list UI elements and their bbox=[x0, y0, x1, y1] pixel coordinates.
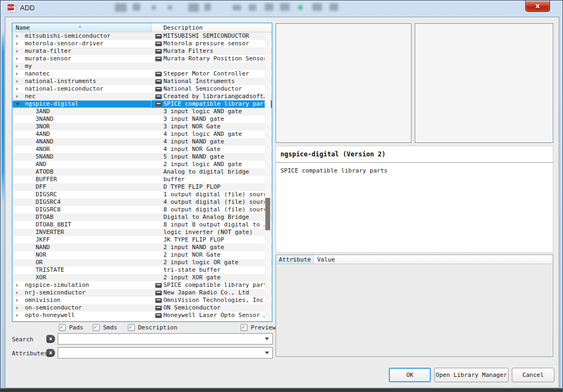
expand-arrow-icon[interactable] bbox=[16, 306, 18, 310]
checkbox-box[interactable]: ✓ bbox=[93, 324, 100, 331]
tree-item-name-cell[interactable]: DTOAB_8BIT bbox=[12, 221, 152, 229]
chevron-down-icon[interactable] bbox=[265, 352, 269, 354]
tree-row[interactable]: INVERTERlogic inverter (NOT gate) bbox=[12, 229, 272, 236]
tree-item-name-cell[interactable]: nanotec bbox=[12, 70, 152, 78]
tree-row[interactable]: AND2 input logic AND gate bbox=[12, 161, 272, 168]
expand-arrow-icon[interactable] bbox=[16, 65, 18, 68]
tree-item-name-cell[interactable]: nrj-semiconductor bbox=[12, 289, 152, 297]
attributes-clear-button[interactable]: x bbox=[46, 349, 55, 357]
tree-item-name-cell[interactable]: 3NAND bbox=[12, 115, 152, 123]
tree-row[interactable]: nanotecStepper Motor Controller bbox=[12, 70, 272, 78]
open-library-manager-button[interactable]: Open Library Manager bbox=[434, 368, 509, 382]
preview-checkbox[interactable]: ✓ Preview bbox=[241, 324, 276, 332]
attribute-table[interactable]: ▲ Attribute Value bbox=[276, 255, 553, 357]
tree-item-name-cell[interactable]: DIGSRC4 bbox=[12, 198, 152, 206]
tree-row[interactable]: JKFFJK TYPE FLIP FLOP bbox=[12, 236, 272, 244]
tree-item-name-cell[interactable]: 3NOR bbox=[12, 123, 152, 130]
ok-button[interactable]: OK bbox=[389, 368, 431, 382]
tree-row[interactable]: national-semiconductorNational Semicondu… bbox=[12, 85, 272, 93]
tree-row[interactable]: NOR2 input NOR Gate bbox=[12, 251, 272, 259]
tree-row[interactable]: BUFFERbuffer bbox=[12, 176, 272, 183]
expand-arrow-icon[interactable] bbox=[16, 291, 18, 294]
tree-item-name-cell[interactable]: my bbox=[12, 63, 152, 70]
tree-row[interactable]: 3NAND3 input NAND gate bbox=[12, 115, 272, 123]
tree-row[interactable]: DTOAB_8BIT8 input 8 output digital to … bbox=[12, 221, 272, 229]
tree-item-name-cell[interactable]: on-semiconductor bbox=[12, 304, 152, 312]
tree-item-name-cell[interactable]: 4NOR bbox=[12, 146, 152, 153]
pads-checkbox[interactable]: ✓ Pads bbox=[59, 324, 84, 332]
tree-item-name-cell[interactable]: TRISTATE bbox=[12, 266, 152, 274]
expand-arrow-icon[interactable] bbox=[16, 50, 18, 53]
tree-row[interactable]: XOR2 input XOR gate bbox=[12, 274, 272, 281]
close-button[interactable]: x bbox=[525, 1, 550, 12]
tree-item-name-cell[interactable]: opto-honeywell bbox=[12, 312, 152, 319]
tree-row[interactable]: national-instrumentsNational Instruments bbox=[12, 78, 272, 85]
library-tree[interactable]: ▲ Name Description mitsubishi-semiconduc… bbox=[12, 23, 272, 322]
tree-item-name-cell[interactable]: 5NAND bbox=[12, 153, 152, 161]
expand-arrow-icon[interactable] bbox=[16, 57, 18, 60]
collapse-arrow-icon[interactable] bbox=[16, 103, 19, 106]
tree-row[interactable]: mitsubishi-semiconductorMITSUBISHI SEMIC… bbox=[12, 32, 272, 40]
expand-arrow-icon[interactable] bbox=[16, 80, 18, 83]
tree-item-name-cell[interactable]: 4NAND bbox=[12, 138, 152, 146]
tree-row[interactable]: ngspice-digitalSPICE compatible library … bbox=[12, 100, 272, 108]
chevron-down-icon[interactable] bbox=[265, 338, 269, 340]
tree-row[interactable]: nrj-semiconductorNew Japan Radio Co., Lt… bbox=[12, 289, 272, 297]
tree-item-name-cell[interactable]: INVERTER bbox=[12, 229, 152, 236]
search-combobox[interactable] bbox=[58, 333, 273, 345]
tree-item-name-cell[interactable]: OR bbox=[12, 259, 152, 266]
search-clear-button[interactable]: x bbox=[46, 335, 55, 343]
tree-item-name-cell[interactable]: motorola-sensor-driver bbox=[12, 40, 152, 47]
tree-row[interactable]: 4NAND4 input NAND gate bbox=[12, 138, 272, 146]
tree-row[interactable]: opto-honeywellHoneywell Laser Opto Senso… bbox=[12, 312, 272, 319]
description-checkbox[interactable]: ✓ Description bbox=[128, 324, 177, 332]
tree-row[interactable]: DIGSRC88 output digital (file) source bbox=[12, 206, 272, 214]
tree-row[interactable]: DIGSRC1 output digital (file) source bbox=[12, 191, 272, 198]
attributes-combobox[interactable] bbox=[58, 347, 273, 359]
column-header-attribute[interactable]: ▲ Attribute bbox=[276, 255, 314, 264]
tree-item-name-cell[interactable]: national-semiconductor bbox=[12, 85, 152, 93]
tree-item-name-cell[interactable]: JKFF bbox=[12, 236, 152, 244]
tree-scrollbar-thumb[interactable] bbox=[265, 198, 270, 230]
tree-item-name-cell[interactable]: ngspice-simulation bbox=[12, 281, 152, 289]
expand-arrow-icon[interactable] bbox=[16, 299, 18, 302]
tree-item-name-cell[interactable]: DTOAB bbox=[12, 214, 152, 221]
tree-row[interactable]: 3AND3 input logic AND gate bbox=[12, 108, 272, 115]
tree-item-name-cell[interactable]: DFF bbox=[12, 183, 152, 191]
tree-row[interactable]: TRISTATEtri-state buffer bbox=[12, 266, 272, 274]
tree-item-name-cell[interactable]: national-instruments bbox=[12, 78, 152, 85]
expand-arrow-icon[interactable] bbox=[16, 35, 18, 38]
tree-item-name-cell[interactable]: murata-sensor bbox=[12, 55, 152, 63]
cancel-button[interactable]: Cancel bbox=[512, 368, 554, 382]
title-bar[interactable]: SCH ADD x bbox=[1, 1, 562, 17]
tree-row[interactable]: DTOABDigital to Analog Bridge bbox=[12, 214, 272, 221]
tree-row[interactable]: 3NOR3 input NOR Gate bbox=[12, 123, 272, 130]
expand-arrow-icon[interactable] bbox=[16, 314, 18, 317]
tree-row[interactable]: my bbox=[12, 63, 272, 70]
expand-arrow-icon[interactable] bbox=[16, 72, 18, 75]
tree-item-name-cell[interactable]: AND bbox=[12, 161, 152, 168]
expand-arrow-icon[interactable] bbox=[16, 42, 18, 45]
column-header-value[interactable]: Value bbox=[314, 255, 553, 264]
tree-item-name-cell[interactable]: BUFFER bbox=[12, 176, 152, 183]
tree-row[interactable]: 4NOR4 input NOR Gate bbox=[12, 146, 272, 153]
column-header-name[interactable]: ▲ Name bbox=[12, 23, 152, 32]
tree-row[interactable]: murata-sensorMurata Rotary Position Sens… bbox=[12, 55, 272, 63]
column-header-description[interactable]: Description bbox=[152, 23, 272, 32]
tree-item-name-cell[interactable]: DIGSRC8 bbox=[12, 206, 152, 214]
expand-arrow-icon[interactable] bbox=[16, 284, 18, 287]
tree-item-name-cell[interactable]: 3AND bbox=[12, 108, 152, 115]
tree-row[interactable]: ATODBAnalog to digital bridge bbox=[12, 168, 272, 176]
tree-item-name-cell[interactable]: omnivision bbox=[12, 297, 152, 304]
tree-item-name-cell[interactable]: DIGSRC bbox=[12, 191, 152, 198]
tree-scrollbar[interactable] bbox=[265, 33, 271, 320]
tree-row[interactable]: murata-filterMurata Filters bbox=[12, 47, 272, 55]
expand-arrow-icon[interactable] bbox=[16, 87, 18, 91]
tree-item-name-cell[interactable]: 4AND bbox=[12, 130, 152, 138]
tree-row[interactable]: necCreated by librarian@cadsoft… bbox=[12, 93, 272, 100]
tree-item-name-cell[interactable]: NOR bbox=[12, 251, 152, 259]
tree-item-name-cell[interactable]: XOR bbox=[12, 274, 152, 281]
tree-row[interactable]: omnivisionOmniVision Technologies, Inc. bbox=[12, 297, 272, 304]
tree-item-name-cell[interactable]: NAND bbox=[12, 244, 152, 251]
tree-item-name-cell[interactable]: murata-filter bbox=[12, 47, 152, 55]
